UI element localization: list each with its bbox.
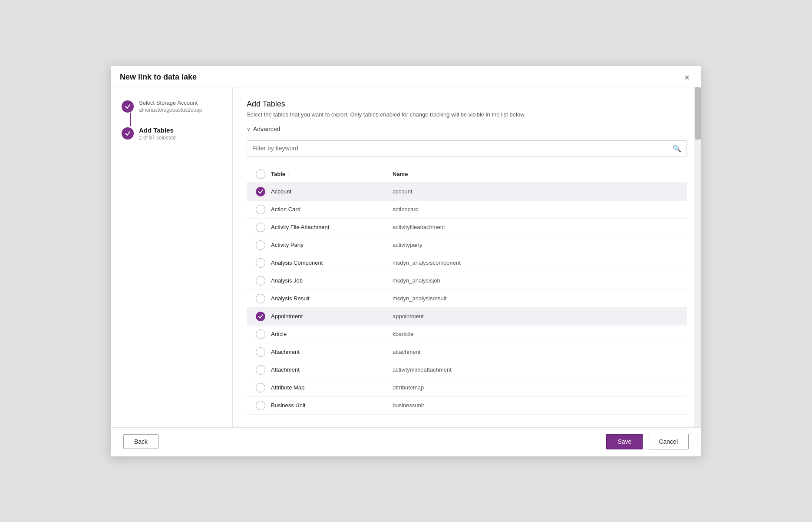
row-check[interactable] (250, 258, 271, 268)
row-check[interactable] (250, 401, 271, 410)
table-row[interactable]: Attachmentattachment (247, 343, 687, 361)
dialog-footer: Back Save Cancel (111, 427, 701, 456)
table-row[interactable]: Action Cardactioncard (247, 201, 687, 219)
row-check[interactable] (250, 365, 271, 375)
row-check[interactable] (250, 329, 271, 339)
advanced-toggle[interactable]: ∨ Advanced (247, 126, 687, 133)
select-all-check[interactable] (250, 170, 271, 179)
back-button[interactable]: Back (123, 434, 158, 449)
row-table-name: Attachment (271, 366, 393, 373)
table-row[interactable]: Attribute Mapattributemap (247, 379, 687, 397)
row-table-name: Analysis Result (271, 295, 393, 302)
select-all-radio[interactable] (256, 170, 265, 179)
row-check[interactable] (250, 276, 271, 286)
dialog-body: Select Storage Account athenastorageeast… (111, 87, 701, 427)
row-name: attachment (393, 349, 687, 355)
table-row[interactable]: Accountaccount (247, 183, 687, 201)
step-select-storage: Select Storage Account athenastorageeast… (122, 100, 222, 126)
unchecked-circle[interactable] (256, 365, 265, 375)
col-header-table: Table ↑ (271, 171, 393, 177)
footer-right: Save Cancel (606, 434, 689, 449)
row-name: activityparty (393, 242, 687, 248)
row-check[interactable] (250, 294, 271, 303)
table-row[interactable]: Attachmentactivitymimeattachment (247, 361, 687, 379)
row-name: msdyn_analysisresult (393, 295, 687, 302)
unchecked-circle[interactable] (256, 401, 265, 410)
row-table-name: Attribute Map (271, 384, 393, 391)
unchecked-circle[interactable] (256, 347, 265, 357)
unchecked-circle[interactable] (256, 294, 265, 303)
new-link-dialog: New link to data lake × Select Storage A… (111, 66, 701, 457)
row-name: appointment (393, 313, 687, 319)
chevron-down-icon: ∨ (247, 126, 251, 132)
checked-circle[interactable] (256, 187, 265, 196)
dialog-header: New link to data lake × (111, 66, 701, 87)
table-row[interactable]: Analysis Resultmsdyn_analysisresult (247, 290, 687, 308)
unchecked-circle[interactable] (256, 383, 265, 392)
table-row[interactable]: Appointmentappointment (247, 308, 687, 326)
footer-left: Back (123, 434, 158, 449)
row-table-name: Analysis Component (271, 259, 393, 266)
step-connector-1 (130, 113, 131, 126)
row-check[interactable] (250, 347, 271, 357)
table-row[interactable]: Analysis Jobmsdyn_analysisjob (247, 272, 687, 290)
row-table-name: Attachment (271, 349, 393, 355)
section-desc: Select the tables that you want to expor… (247, 111, 687, 118)
unchecked-circle[interactable] (256, 329, 265, 339)
unchecked-circle[interactable] (256, 258, 265, 268)
step2-circle (122, 127, 134, 140)
unchecked-circle[interactable] (256, 205, 265, 214)
stepper-sidebar: Select Storage Account athenastorageeast… (111, 87, 233, 427)
section-title: Add Tables (247, 100, 687, 109)
table-row[interactable]: Activity File Attachmentactivityfileatta… (247, 219, 687, 236)
table-wrapper: Table ↑ Name AccountaccountAction Cardac… (247, 166, 687, 420)
save-button[interactable]: Save (606, 434, 643, 449)
step1-sublabel: athenastorageeastus2euap (139, 107, 202, 113)
step-add-tables: Add Tables 2 of 87 selected (122, 126, 222, 141)
table-row[interactable]: Activity Partyactivityparty (247, 236, 687, 254)
dialog-title: New link to data lake (120, 73, 197, 82)
unchecked-circle[interactable] (256, 276, 265, 286)
row-check[interactable] (250, 383, 271, 392)
table-row[interactable]: Analysis Componentmsdyn_analysiscomponen… (247, 254, 687, 272)
row-name: msdyn_analysisjob (393, 277, 687, 284)
checked-circle[interactable] (256, 312, 265, 321)
step2-sublabel: 2 of 87 selected (139, 135, 176, 141)
search-icon: 🔍 (667, 141, 687, 156)
row-name: businessunit (393, 402, 687, 409)
scrollbar[interactable] (694, 87, 701, 427)
row-check[interactable] (250, 240, 271, 250)
row-table-name: Business Unit (271, 402, 393, 409)
cancel-button[interactable]: Cancel (648, 434, 689, 449)
table-row[interactable]: Business Unitbusinessunit (247, 397, 687, 415)
row-table-name: Account (271, 188, 393, 195)
row-check[interactable] (250, 205, 271, 214)
main-content: Add Tables Select the tables that you wa… (233, 87, 701, 427)
step1-circle (122, 100, 134, 113)
row-name: kbarticle (393, 331, 687, 337)
row-name: activityfileattachment (393, 224, 687, 230)
row-name: actioncard (393, 206, 687, 213)
row-check[interactable] (250, 312, 271, 321)
advanced-label: Advanced (253, 126, 280, 133)
row-check[interactable] (250, 223, 271, 232)
filter-bar: 🔍 (247, 140, 687, 156)
table-header-row: Table ↑ Name (247, 166, 687, 183)
row-table-name: Activity Party (271, 242, 393, 248)
row-name: account (393, 188, 687, 195)
scrollbar-thumb[interactable] (695, 87, 701, 140)
row-table-name: Appointment (271, 313, 393, 319)
sort-asc-icon[interactable]: ↑ (287, 172, 290, 177)
filter-input[interactable] (247, 141, 667, 155)
table-rows-container: AccountaccountAction CardactioncardActiv… (247, 183, 687, 415)
step2-label: Add Tables (139, 126, 176, 134)
row-check[interactable] (250, 187, 271, 196)
unchecked-circle[interactable] (256, 240, 265, 250)
row-table-name: Analysis Job (271, 277, 393, 284)
unchecked-circle[interactable] (256, 223, 265, 232)
table-row[interactable]: Articlekbarticle (247, 326, 687, 343)
col-header-name: Name (393, 171, 687, 177)
row-name: activitymimeattachment (393, 366, 687, 373)
row-name: msdyn_analysiscomponent (393, 259, 687, 266)
close-button[interactable]: × (682, 72, 692, 83)
